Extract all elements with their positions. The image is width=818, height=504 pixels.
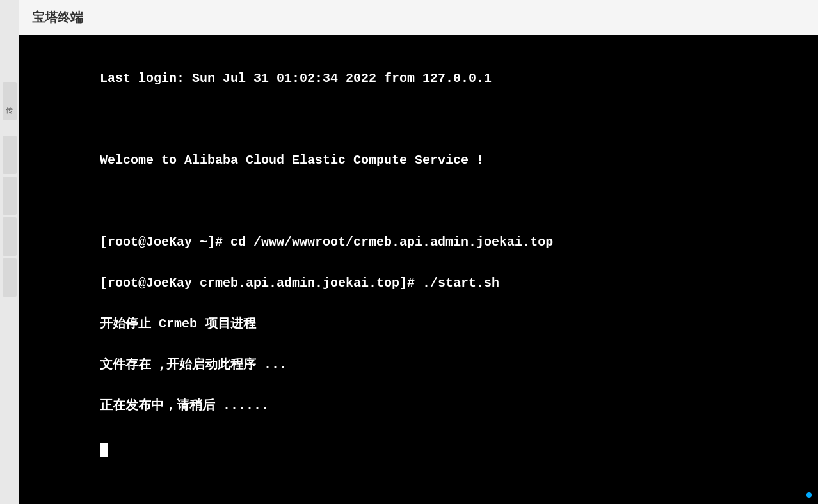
terminal-line-5: [root@JoeKay ~]# cd /www/wwwroot/crmeb.a…	[100, 235, 553, 249]
title-bar: 宝塔终端	[19, 0, 818, 35]
terminal-line-9: 正在发布中，请稍后 ......	[100, 398, 269, 413]
terminal-line-1: Last login: Sun Jul 31 01:02:34 2022 fro…	[100, 71, 492, 86]
terminal-content: Last login: Sun Jul 31 01:02:34 2022 fro…	[38, 48, 799, 478]
terminal-line-7: 开始停止 Crmeb 项目进程	[100, 317, 256, 331]
terminal-window[interactable]: Last login: Sun Jul 31 01:02:34 2022 fro…	[19, 35, 818, 504]
sidebar-item-3[interactable]	[3, 217, 17, 256]
sidebar-item-upload[interactable]: 传	[3, 82, 17, 120]
terminal-line-6: [root@JoeKay crmeb.api.admin.joekai.top]…	[100, 276, 499, 290]
page-title: 宝塔终端	[32, 9, 83, 26]
sidebar-item-4[interactable]	[3, 258, 17, 297]
sidebar-item-2[interactable]	[3, 177, 17, 215]
terminal-line-8: 文件存在 ,开始启动此程序 ...	[100, 358, 287, 372]
app-container: 传 宝塔终端 Last login: Sun Jul 31 01:02:34 2…	[0, 0, 818, 504]
sidebar-item-1[interactable]	[3, 136, 17, 174]
dot-indicator	[806, 492, 812, 498]
terminal-line-3: Welcome to Alibaba Cloud Elastic Compute…	[100, 153, 484, 168]
terminal-cursor	[100, 443, 108, 457]
sidebar: 传	[0, 0, 19, 504]
main-content: 宝塔终端 Last login: Sun Jul 31 01:02:34 202…	[19, 0, 818, 504]
